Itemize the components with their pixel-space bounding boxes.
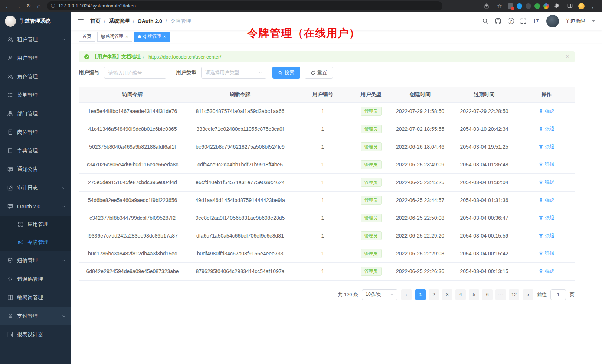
page-size-select[interactable]: 10条/页 — [362, 289, 397, 300]
github-icon[interactable] — [495, 18, 501, 24]
pager-page-12[interactable]: 12 — [509, 289, 519, 300]
doc-link[interactable]: https://doc.iocoder.cn/user-center/ — [148, 54, 221, 60]
pager-more-button[interactable]: ··· — [495, 289, 506, 300]
sidebar-item-tenant[interactable]: 租户管理 — [0, 30, 71, 49]
col-user-type: 用户类型 — [351, 87, 390, 102]
cell-user-id: 1 — [294, 209, 351, 227]
user-name[interactable]: 芋道源码 — [565, 18, 585, 24]
fullscreen-icon[interactable] — [520, 18, 526, 24]
cell-user-type: 管理员 — [351, 102, 390, 120]
cell-access-token: 275e5de9151045fe87cbdc395e004f4d — [79, 173, 186, 191]
help-icon[interactable]: ? — [508, 18, 514, 24]
browser-menu-icon[interactable]: ⋮ — [588, 1, 598, 11]
sidebar-item-error-code[interactable]: 错误码管理 — [0, 270, 71, 288]
force-logout-button[interactable]: 强退 — [539, 215, 554, 221]
force-logout-button[interactable]: 强退 — [539, 161, 554, 168]
browser-forward-icon[interactable]: → — [13, 1, 23, 11]
sidebar-item-report-designer[interactable]: 报表设计器 — [0, 325, 71, 344]
pager-page-4[interactable]: 4 — [455, 289, 466, 300]
force-logout-button[interactable]: 强退 — [539, 197, 554, 203]
cell-expires: 2054-03-10 20:42:34 — [450, 120, 518, 138]
force-logout-button[interactable]: 强退 — [539, 232, 554, 239]
sidebar-item-oauth2[interactable]: OAuth 2.0 — [0, 197, 71, 216]
browser-reload-icon[interactable]: ↻ — [24, 1, 33, 11]
extension-badge-icon[interactable] — [508, 3, 513, 9]
user-id-input[interactable] — [104, 67, 166, 79]
cell-actions: 强退 — [518, 120, 575, 138]
extension-green-icon[interactable] — [534, 3, 540, 9]
goto-page-input[interactable] — [550, 289, 566, 300]
sidebar-item-dict[interactable]: 字典管理 — [0, 142, 71, 160]
alert-close-icon[interactable]: × — [566, 54, 569, 60]
breadcrumb-system[interactable]: 系统管理 — [109, 18, 130, 24]
pagination: 共 120 条 10条/页 ‹ 123456···12 › 前往 页 — [79, 289, 575, 300]
sidebar-item-dept[interactable]: 部门管理 — [0, 105, 71, 123]
tab-close-icon[interactable]: × — [163, 34, 166, 39]
reset-button[interactable]: 重置 — [305, 67, 333, 79]
sidebar-item-oauth2-token[interactable]: 令牌管理 — [0, 234, 71, 251]
pager-page-2[interactable]: 2 — [429, 289, 439, 300]
table-row: 502375b8040a469a9b82188afdf6af1fbe90422b… — [79, 138, 575, 156]
pager-page-5[interactable]: 5 — [469, 289, 479, 300]
pager-page-6[interactable]: 6 — [482, 289, 493, 300]
url-text: 127.0.0.1:1024/system/oauth2/token — [58, 3, 136, 9]
browser-profile-avatar[interactable] — [578, 3, 585, 9]
extension-blue-icon[interactable] — [517, 3, 522, 9]
sidebar-item-role[interactable]: 角色管理 — [0, 67, 71, 86]
user-type-select[interactable]: 请选择用户类型 — [201, 67, 266, 79]
breadcrumb-separator: / — [133, 18, 134, 24]
sidebar-item-audit-log[interactable]: 审计日志 — [0, 179, 71, 197]
sidebar-item-menu[interactable]: 菜单管理 — [0, 86, 71, 105]
extension-pinwheel-icon[interactable] — [543, 3, 549, 9]
app-logo[interactable]: 芋道管理系统 — [0, 12, 71, 30]
pager-page-3[interactable]: 3 — [442, 289, 452, 300]
bookmark-star-icon[interactable]: ☆ — [495, 1, 504, 11]
tab-token[interactable]: 令牌管理 × — [134, 32, 170, 42]
sidebar-item-sensitive-word[interactable]: 敏感词管理 — [0, 288, 71, 307]
browser-back-icon[interactable]: ← — [3, 1, 13, 11]
font-size-icon[interactable]: TT — [533, 18, 539, 24]
search-button[interactable]: 搜索 — [272, 67, 300, 79]
sidebar-item-sms[interactable]: 短信管理 — [0, 251, 71, 270]
sidebar-item-user[interactable]: 用户管理 — [0, 49, 71, 67]
user-avatar[interactable] — [546, 15, 559, 27]
force-logout-button[interactable]: 强退 — [539, 250, 554, 257]
tab-sensitive-word[interactable]: 敏感词管理 × — [97, 32, 132, 42]
table-row: c342377bf8b344799dcbf7bf095287f29ce8ef2a… — [79, 209, 575, 227]
tab-home[interactable]: 首页 — [79, 32, 95, 42]
browser-address-bar[interactable]: ⓘ 127.0.0.1:1024/system/oauth2/token — [47, 1, 442, 10]
caret-down-icon[interactable] — [592, 20, 595, 22]
force-logout-button[interactable]: 强退 — [539, 143, 554, 150]
breadcrumb-oauth2[interactable]: OAuth 2.0 — [138, 18, 162, 24]
chevron-down-icon — [62, 258, 66, 263]
force-logout-button[interactable]: 强退 — [539, 268, 554, 275]
sidebar-item-oauth2-app[interactable]: 应用管理 — [0, 216, 71, 234]
tab-split-icon[interactable] — [565, 1, 575, 11]
extensions-puzzle-icon[interactable] — [552, 1, 562, 11]
extension-dark-icon[interactable] — [526, 3, 531, 9]
app-header: 首页 / 系统管理 / OAuth 2.0 / 令牌管理 ? TT — [71, 12, 602, 30]
pager-next-button[interactable]: › — [523, 289, 533, 300]
chevron-up-icon — [62, 204, 66, 209]
cell-actions: 强退 — [518, 245, 575, 262]
user-type-badge: 管理员 — [361, 214, 382, 222]
site-info-icon[interactable]: ⓘ — [51, 3, 55, 9]
sidebar-collapse-icon[interactable] — [77, 18, 84, 24]
force-logout-button[interactable]: 强退 — [539, 108, 554, 115]
tab-close-icon[interactable]: × — [125, 34, 128, 39]
force-logout-button[interactable]: 强退 — [539, 179, 554, 186]
breadcrumb-home[interactable]: 首页 — [90, 18, 101, 24]
breadcrumb-current: 令牌管理 — [170, 18, 191, 24]
app-icon — [18, 222, 24, 228]
pager-prev-button[interactable]: ‹ — [401, 289, 412, 300]
sidebar-item-notice[interactable]: 通知公告 — [0, 160, 71, 179]
share-icon[interactable] — [482, 1, 491, 11]
sidebar-item-pay[interactable]: 支付管理 — [0, 307, 71, 325]
user-type-label: 用户类型 — [176, 69, 197, 76]
sidebar-item-post[interactable]: 岗位管理 — [0, 123, 71, 142]
users-icon — [7, 37, 13, 43]
pager-page-1[interactable]: 1 — [415, 289, 426, 300]
force-logout-button[interactable]: 强退 — [539, 126, 554, 132]
browser-home-icon[interactable]: ⌂ — [34, 1, 44, 11]
search-icon[interactable] — [482, 18, 488, 24]
